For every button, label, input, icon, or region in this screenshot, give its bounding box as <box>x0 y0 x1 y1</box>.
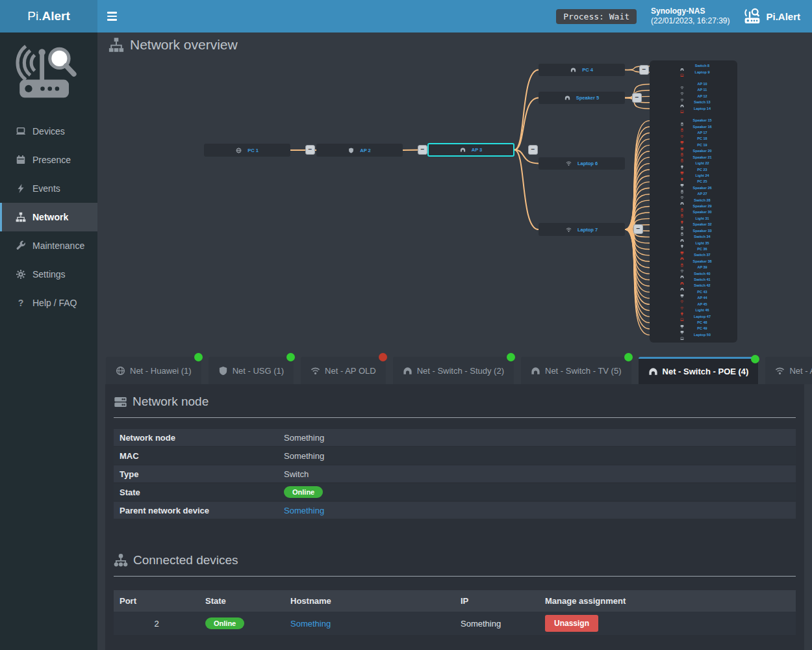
sidebar-item-settings[interactable]: Settings <box>0 260 97 289</box>
pialert-logo-icon <box>0 32 97 108</box>
device-item-ap-45[interactable]: AP 45 <box>650 302 737 307</box>
node-label: AP 3 <box>472 147 483 153</box>
device-item-pc-25[interactable]: PC 25 <box>650 179 737 185</box>
device-item-speaker-32[interactable]: Speaker 32 <box>650 222 737 228</box>
device-item-switch-41[interactable]: Switch 41 <box>650 277 737 283</box>
sidebar-item-label: Events <box>32 183 60 194</box>
device-item-laptop-9[interactable]: Laptop 9 <box>650 70 737 75</box>
unassign-button[interactable]: Unassign <box>545 615 598 632</box>
device-item-pc-23[interactable]: PC 23 <box>650 167 737 173</box>
wrench-icon <box>16 240 26 251</box>
laptop-icon <box>16 126 26 136</box>
tab-label: Net - AP (36) <box>789 366 812 376</box>
device-item-ap-11[interactable]: AP 11 <box>650 87 737 93</box>
network-node-speaker-5[interactable]: Speaker 5 <box>539 92 625 104</box>
network-node-laptop-7[interactable]: Laptop 7 <box>539 223 625 236</box>
sidebar-item-network[interactable]: Network <box>0 203 97 231</box>
network-node-pc-1[interactable]: PC 1 <box>204 144 290 157</box>
device-item-light-35[interactable]: Light 35 <box>650 240 737 246</box>
device-item-pc-49[interactable]: PC 49 <box>650 326 737 332</box>
page-title-label: Network overview <box>130 37 238 53</box>
device-item-light-46[interactable]: Light 46 <box>650 307 737 313</box>
hamburger-icon[interactable] <box>97 0 126 32</box>
tab-net-usg-1[interactable]: Net - USG (1) <box>209 357 294 384</box>
device-item-laptop-50[interactable]: Laptop 50 <box>650 332 737 338</box>
device-item-ap-17[interactable]: AP 17 <box>650 130 737 136</box>
device-item-speaker-16[interactable]: Speaker 16 <box>650 124 737 130</box>
device-item-pc-19[interactable]: PC 19 <box>650 142 737 148</box>
hub-icon <box>570 67 576 73</box>
device-item-speaker-29[interactable]: Speaker 29 <box>650 203 737 209</box>
bolt-icon <box>16 183 26 194</box>
sidebar-item-label: Network <box>32 212 68 222</box>
device-item-label: PC 43 <box>687 289 717 295</box>
tab-net-switch-poe-4[interactable]: Net - Switch - POE (4) <box>639 357 759 384</box>
laptop-icon <box>680 110 684 114</box>
sidebar-item-help-faq[interactable]: ?Help / FAQ <box>0 289 97 317</box>
collapse-minus-button[interactable]: − <box>639 65 649 75</box>
server-icon <box>114 395 127 409</box>
device-item-pc-48[interactable]: PC 48 <box>650 320 737 326</box>
network-node-ap-2[interactable]: AP 2 <box>316 144 403 157</box>
device-item-speaker-30[interactable]: Speaker 30 <box>650 209 737 215</box>
device-item-speaker-21[interactable]: Speaker 21 <box>650 155 737 161</box>
network-node-pc-4[interactable]: PC 4 <box>539 64 625 76</box>
device-item-light-22[interactable]: Light 22 <box>650 161 737 166</box>
device-item-light-31[interactable]: Light 31 <box>650 216 737 222</box>
sidebar-item-presence[interactable]: Presence <box>0 146 97 174</box>
device-item-pc-18[interactable]: PC 18 <box>650 136 737 142</box>
network-node-ap-3[interactable]: AP 3 <box>427 143 514 157</box>
collapse-minus-button[interactable]: − <box>528 145 538 155</box>
device-item-laptop-47[interactable]: Laptop 47 <box>650 314 737 320</box>
collapse-minus-button[interactable]: − <box>633 224 643 234</box>
device-item-switch-37[interactable]: Switch 37 <box>650 252 737 258</box>
device-item-ap-12[interactable]: AP 12 <box>650 94 737 99</box>
main-content: Network overview PC 1AP 2AP 3PC 4Speaker… <box>97 32 812 650</box>
device-item-switch-42[interactable]: Switch 42 <box>650 283 737 289</box>
tab-net-ap-old[interactable]: Net - AP OLD <box>301 357 386 384</box>
device-item-switch-28[interactable]: Switch 28 <box>650 198 737 203</box>
parent-device-link[interactable]: Something <box>284 506 324 515</box>
sidebar-item-maintenance[interactable]: Maintenance <box>0 231 97 260</box>
status-badge: Online <box>284 486 323 498</box>
sidebar-item-events[interactable]: Events <box>0 174 97 203</box>
device-item-laptop-14[interactable]: Laptop 14 <box>650 106 737 112</box>
collapse-minus-button[interactable]: − <box>418 145 427 155</box>
device-item-label: AP 12 <box>687 94 717 99</box>
hostname-link[interactable]: Something <box>290 619 331 629</box>
device-item-switch-40[interactable]: Switch 40 <box>650 271 737 277</box>
device-item-ap-27[interactable]: AP 27 <box>650 191 737 197</box>
device-item-label: Laptop 47 <box>687 314 717 320</box>
device-item-ap-10[interactable]: AP 10 <box>650 81 737 87</box>
tab-net-huawei-1[interactable]: Net - Huawei (1) <box>106 357 201 384</box>
device-item-speaker-20[interactable]: Speaker 20 <box>650 148 737 154</box>
host-timestamp: (22/01/2023, 16:27:39) <box>651 16 730 26</box>
node-label: PC 4 <box>582 67 593 73</box>
device-item-ap-44[interactable]: AP 44 <box>650 295 737 301</box>
question-icon: ? <box>16 298 26 308</box>
device-item-speaker-15[interactable]: Speaker 15 <box>650 118 737 124</box>
device-item-switch-13[interactable]: Switch 13 <box>650 99 737 105</box>
brand-logo: Pi.Alert <box>0 0 97 32</box>
device-item-label: Switch 41 <box>687 277 717 283</box>
device-item-light-24[interactable]: Light 24 <box>650 173 737 179</box>
column-header-port: Port <box>114 590 199 612</box>
cell-hostname: Something <box>285 612 455 635</box>
device-item-pc-43[interactable]: PC 43 <box>650 289 737 295</box>
device-item-switch-34[interactable]: Switch 34 <box>650 234 737 240</box>
network-node-laptop-6[interactable]: Laptop 6 <box>539 157 625 170</box>
tab-net-ap-36[interactable]: Net - AP (36) <box>765 357 812 384</box>
device-item-pc-36[interactable]: PC 36 <box>650 246 737 252</box>
device-item-switch-8[interactable]: Switch 8 <box>650 63 737 69</box>
device-item-label: PC 19 <box>687 142 717 148</box>
device-item-speaker-38[interactable]: Speaker 38 <box>650 259 737 265</box>
device-item-ap-39[interactable]: AP 39 <box>650 265 737 270</box>
sidebar-item-devices[interactable]: Devices <box>0 117 97 146</box>
collapse-minus-button[interactable]: − <box>632 93 642 103</box>
collapse-minus-button[interactable]: − <box>305 145 315 155</box>
device-item-speaker-33[interactable]: Speaker 33 <box>650 228 737 234</box>
tab-net-switch-tv-5[interactable]: Net - Switch - TV (5) <box>521 357 631 384</box>
device-item-speaker-26[interactable]: Speaker 26 <box>650 185 737 191</box>
tab-net-switch-study-2[interactable]: Net - Switch - Study (2) <box>393 357 514 384</box>
device-item-label: Speaker 16 <box>687 124 717 130</box>
